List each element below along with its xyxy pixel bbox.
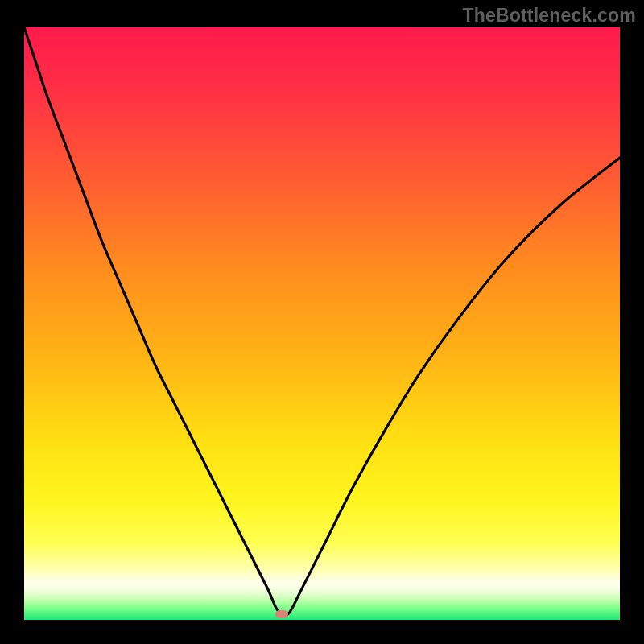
background-gradient: [24, 27, 620, 620]
svg-rect-0: [24, 27, 620, 620]
watermark-text: TheBottleneck.com: [462, 5, 636, 27]
optimal-point-marker: [275, 610, 288, 618]
chart-stage: TheBottleneck.com: [0, 0, 644, 644]
plot-area: [24, 27, 620, 620]
